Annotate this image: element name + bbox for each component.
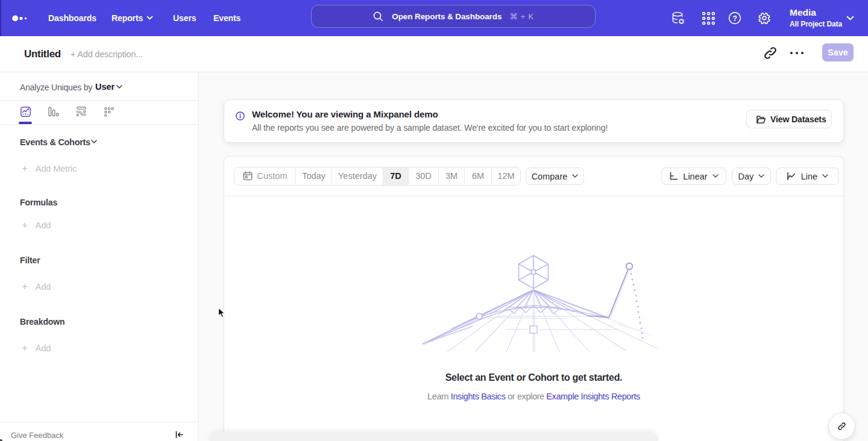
svg-text:?: ?	[732, 14, 737, 23]
